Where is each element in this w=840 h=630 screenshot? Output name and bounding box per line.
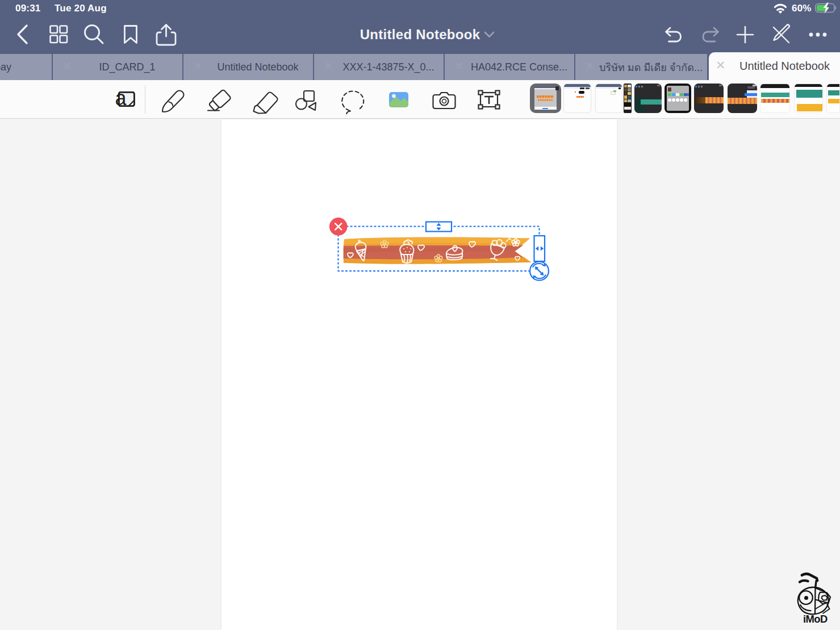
svg-text:iMoD: iMoD [803, 613, 828, 625]
